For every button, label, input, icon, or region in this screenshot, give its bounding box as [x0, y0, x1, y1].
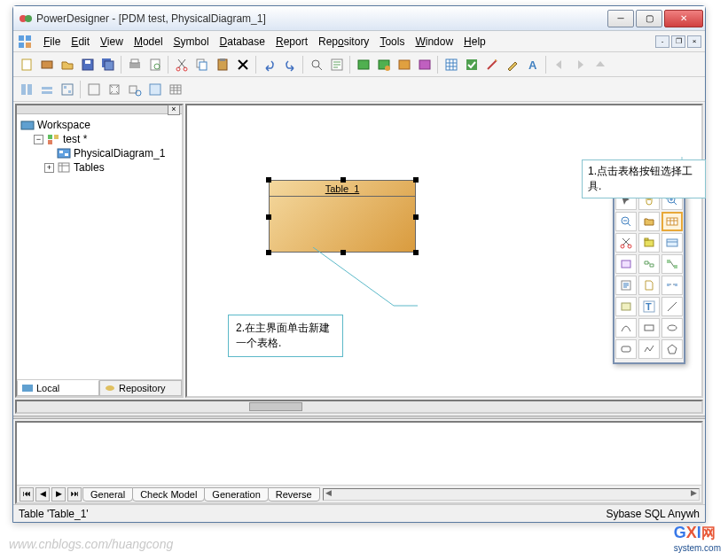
dependency-tool[interactable] [661, 276, 683, 295]
zoom-fit-icon[interactable] [105, 80, 124, 99]
new-model-icon[interactable] [37, 55, 57, 74]
mdi-restore[interactable]: ❐ [671, 35, 685, 48]
tree-tables[interactable]: + Tables [20, 160, 178, 175]
tab-nav-prev[interactable]: ◀ [35, 487, 50, 502]
zoom-area-icon[interactable] [145, 80, 165, 99]
menu-report[interactable]: Report [270, 34, 313, 50]
menu-view[interactable]: View [95, 34, 129, 50]
tree-workspace[interactable]: Workspace [20, 118, 178, 132]
menu-window[interactable]: Window [410, 34, 458, 50]
zoom-out-tool[interactable] [615, 212, 637, 231]
grid-view-icon[interactable] [166, 80, 185, 99]
scrollbar-thumb[interactable] [249, 402, 302, 411]
procedure-tool[interactable] [615, 276, 637, 295]
close-button[interactable]: ✕ [664, 10, 703, 27]
arc-tool[interactable] [615, 318, 637, 338]
note-tool[interactable] [615, 297, 637, 316]
menu-symbol[interactable]: Symbol [168, 34, 215, 50]
nav-up-icon[interactable] [591, 55, 610, 74]
palette-window[interactable]: Palette × [613, 169, 685, 364]
menu-repository[interactable]: Repository [313, 34, 374, 50]
menu-tools[interactable]: Tools [374, 34, 410, 50]
maximize-button[interactable]: ▢ [636, 10, 662, 27]
sidebar-grip[interactable]: × [17, 105, 182, 114]
text-a-icon[interactable]: A [523, 55, 543, 74]
package-tool[interactable] [638, 233, 660, 253]
rect-tool[interactable] [638, 318, 660, 338]
zoom-sel-icon[interactable] [125, 80, 145, 99]
polygon-tool[interactable] [661, 339, 683, 359]
expand-icon[interactable]: + [44, 163, 54, 173]
tab-local[interactable]: Local [17, 380, 99, 396]
roundrect-tool[interactable] [615, 339, 637, 359]
open-diagram-tool[interactable] [638, 212, 660, 231]
mdi-minimize[interactable]: - [655, 35, 669, 48]
db-icon-2[interactable] [374, 55, 394, 74]
polyline-tool[interactable] [638, 339, 660, 359]
cut-tool[interactable] [615, 233, 637, 253]
preview-icon[interactable] [145, 55, 165, 74]
db-icon-3[interactable] [395, 55, 414, 74]
minimize-button[interactable]: ─ [607, 10, 634, 27]
tab-repository[interactable]: Repository [99, 380, 182, 396]
layout-icon-3[interactable] [58, 80, 77, 99]
undo-icon[interactable] [260, 55, 279, 74]
view-tool[interactable] [615, 254, 637, 274]
paste-icon[interactable] [213, 55, 232, 74]
db-icon-4[interactable] [415, 55, 434, 74]
open-icon[interactable] [58, 55, 77, 74]
tab-nav-first[interactable]: ⏮ [20, 487, 34, 502]
menu-file[interactable]: FFileile [38, 34, 66, 50]
redo-icon[interactable] [280, 55, 300, 74]
save-icon[interactable] [78, 55, 98, 74]
ellipse-tool[interactable] [661, 318, 683, 338]
menu-database[interactable]: Database [215, 34, 270, 50]
menu-model[interactable]: Model [129, 34, 168, 50]
tree-project[interactable]: − test * [20, 132, 178, 146]
menu-edit[interactable]: Edit [66, 34, 95, 50]
zoom-full-icon[interactable] [84, 80, 104, 99]
tab-general[interactable]: General [82, 487, 133, 502]
line-tool[interactable] [661, 297, 683, 316]
copy-icon[interactable] [192, 55, 212, 74]
menu-help[interactable]: Help [458, 34, 491, 50]
sidebar-close-icon[interactable]: × [168, 105, 180, 115]
canvas-hscrollbar[interactable] [15, 400, 703, 414]
saveall-icon[interactable] [98, 55, 118, 74]
print-icon[interactable] [125, 55, 145, 74]
edit-icon[interactable] [503, 55, 522, 74]
text-tool[interactable]: T [638, 297, 660, 316]
mdi-close[interactable]: × [687, 35, 701, 48]
file-tool[interactable] [638, 276, 660, 295]
diagram-canvas[interactable]: Table_1 2.在主界面单击新建一个表格. Palette [185, 104, 703, 398]
nav-next-icon[interactable] [570, 55, 590, 74]
layout-icon-1[interactable] [17, 80, 36, 99]
table-tool-2[interactable] [661, 233, 683, 253]
nav-prev-icon[interactable] [550, 55, 569, 74]
new-icon[interactable] [17, 55, 36, 74]
titlebar[interactable]: PowerDesigner - [PDM test, PhysicalDiagr… [13, 6, 705, 31]
delete-icon[interactable] [233, 55, 253, 74]
cut-icon[interactable] [172, 55, 192, 74]
tab-generation[interactable]: Generation [204, 487, 268, 502]
wand-icon[interactable] [482, 55, 502, 74]
splitter[interactable] [13, 416, 705, 419]
collapse-icon[interactable]: − [34, 135, 43, 144]
layout-icon-2[interactable] [37, 80, 57, 99]
grid-icon[interactable] [442, 55, 461, 74]
reference-tool[interactable] [638, 254, 660, 274]
link-tool[interactable] [661, 254, 683, 274]
db-icon-1[interactable] [354, 55, 373, 74]
table-tool[interactable] [661, 212, 683, 231]
properties-icon[interactable] [327, 55, 347, 74]
output-body[interactable] [17, 423, 701, 485]
tab-reverse[interactable]: Reverse [268, 487, 320, 502]
tree-diagram[interactable]: PhysicalDiagram_1 [20, 146, 178, 160]
check-icon[interactable] [462, 55, 481, 74]
tab-nav-next[interactable]: ▶ [51, 487, 66, 502]
find-icon[interactable] [307, 55, 326, 74]
tab-nav-last[interactable]: ⏭ [67, 487, 82, 502]
tree-view[interactable]: Workspace − test * PhysicalDiagram_1 + [17, 114, 182, 379]
tab-check-model[interactable]: Check Model [132, 487, 205, 502]
table-object[interactable]: Table_1 [269, 180, 416, 253]
